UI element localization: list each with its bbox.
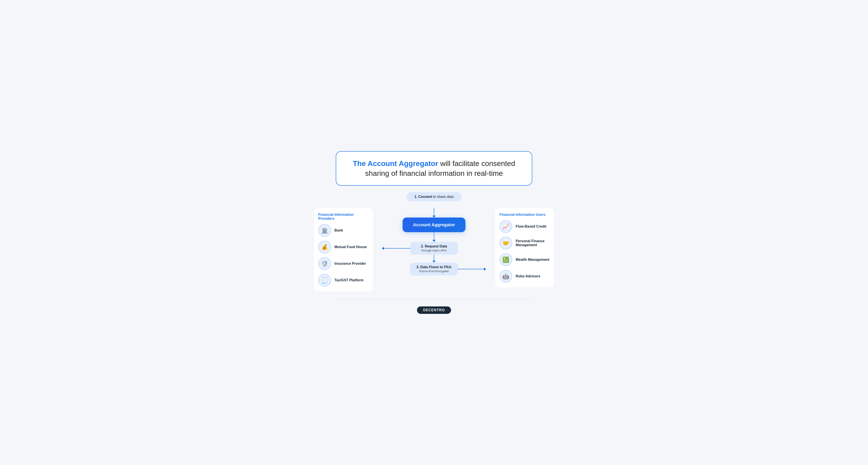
wealth-label: Wealth Management bbox=[516, 258, 549, 262]
arrow-down-aa bbox=[434, 232, 434, 242]
step2-left-line bbox=[382, 248, 410, 249]
pfm-label: Personal Finance Management bbox=[516, 239, 550, 247]
step3-right-arrow bbox=[458, 269, 486, 269]
list-item: 💰 Mutual Fund House bbox=[318, 241, 369, 253]
step3-row: 3. Data Flows to FIUs End-to-End Encrypt… bbox=[377, 263, 491, 275]
step3-right-line bbox=[458, 269, 486, 269]
step3-bubble: 3. Data Flows to FIUs End-to-End Encrypt… bbox=[410, 263, 458, 275]
pfm-icon: 🤝 bbox=[499, 237, 512, 250]
step2-bubble: 2. Request Data through Open APIs bbox=[410, 242, 458, 255]
right-panel-items: 📈 Flow-Based Credit 🤝 Personal Finance M… bbox=[499, 218, 550, 283]
arrow-down-consent bbox=[434, 208, 434, 217]
arrowhead-consent bbox=[432, 215, 436, 218]
list-item: 📈 Flow-Based Credit bbox=[499, 220, 550, 233]
step2-row: 2. Request Data through Open APIs bbox=[377, 242, 491, 255]
consent-bubble: 1. Consent to share data bbox=[406, 192, 462, 201]
list-item: 💹 Wealth Management bbox=[499, 253, 550, 266]
footer-logo: DECENTRO bbox=[417, 307, 451, 314]
main-diagram: Financial Information Providers 🏛️ Bank … bbox=[314, 208, 554, 291]
list-item: 🧾 Tax/GST Platform bbox=[318, 274, 369, 287]
list-item: 🛡️ Insurance Provider bbox=[318, 257, 369, 270]
left-panel: Financial Information Providers 🏛️ Bank … bbox=[314, 208, 373, 291]
insurance-icon: 🛡️ bbox=[318, 257, 331, 270]
left-panel-items: 🏛️ Bank 💰 Mutual Fund House 🛡️ Insurance… bbox=[318, 222, 369, 287]
robo-icon: 🤖 bbox=[499, 270, 512, 283]
consent-suffix: to share data bbox=[432, 195, 454, 199]
page-container: The Account Aggregator will facilitate c… bbox=[314, 151, 554, 314]
arrow-down-step2 bbox=[434, 255, 434, 263]
right-panel: Financial Information Users 📈 Flow-Based… bbox=[495, 208, 554, 287]
step2-subtitle: through Open APIs bbox=[416, 249, 452, 252]
bank-icon: 🏛️ bbox=[318, 224, 331, 237]
step3-arrowhead-right bbox=[484, 267, 486, 271]
right-panel-title: Financial Information Users bbox=[499, 213, 550, 217]
footer-divider bbox=[338, 299, 530, 299]
flow-credit-icon: 📈 bbox=[499, 220, 512, 233]
flow-credit-label: Flow-Based Credit bbox=[516, 225, 546, 229]
mutual-fund-icon: 💰 bbox=[318, 241, 331, 253]
step2-left-arrow bbox=[382, 248, 410, 249]
center-section: Account Aggregator 2. Request Data throu… bbox=[377, 208, 491, 275]
tax-icon: 🧾 bbox=[318, 274, 331, 287]
step3-subtitle: End-to-End Encrypted bbox=[416, 269, 452, 273]
wealth-icon: 💹 bbox=[499, 253, 512, 266]
bank-label: Bank bbox=[335, 229, 343, 232]
mutual-fund-label: Mutual Fund House bbox=[335, 245, 367, 249]
title-card: The Account Aggregator will facilitate c… bbox=[336, 151, 532, 186]
step2-arrowhead-left bbox=[382, 247, 384, 250]
list-item: 🏛️ Bank bbox=[318, 224, 369, 237]
consent-label: 1. Consent bbox=[414, 195, 432, 199]
robo-label: Robo Advisors bbox=[516, 274, 540, 278]
tax-label: Tax/GST Platform bbox=[335, 278, 364, 282]
title-highlight: The Account Aggregator bbox=[353, 159, 438, 168]
main-title: The Account Aggregator will facilitate c… bbox=[349, 158, 519, 178]
list-item: 🤝 Personal Finance Management bbox=[499, 237, 550, 250]
list-item: 🤖 Robo Advisors bbox=[499, 270, 550, 283]
step3-title: 3. Data Flows to FIUs bbox=[416, 265, 452, 269]
step2-title: 2. Request Data bbox=[416, 244, 452, 248]
left-panel-title: Financial Information Providers bbox=[318, 213, 369, 221]
insurance-label: Insurance Provider bbox=[335, 262, 366, 266]
account-aggregator-box: Account Aggregator bbox=[403, 217, 466, 232]
